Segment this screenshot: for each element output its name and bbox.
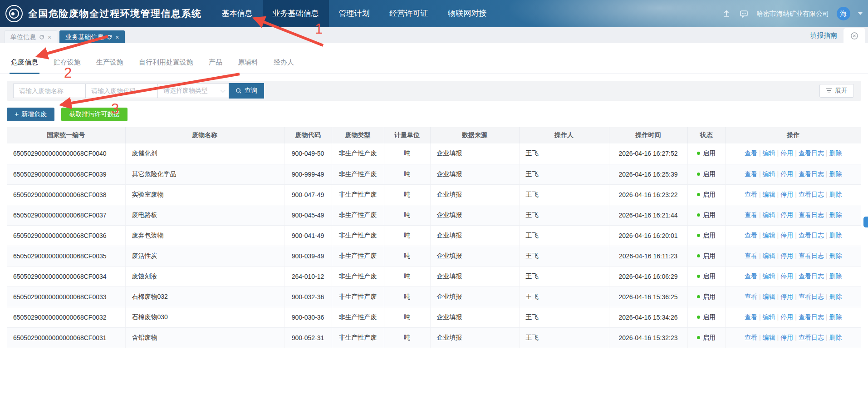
avatar[interactable]: 海 (837, 7, 850, 20)
waste-code-input[interactable] (85, 84, 158, 98)
subtab[interactable]: 危废信息 (11, 58, 38, 74)
action-link-disable[interactable]: 停用 (780, 293, 793, 300)
cell-type: 非生产性产废 (332, 225, 384, 246)
action-link-delete[interactable]: 删除 (829, 211, 842, 218)
nav-item[interactable]: 经营许可证 (380, 0, 438, 27)
action-link-disable[interactable]: 停用 (780, 272, 793, 280)
waste-name-input[interactable] (13, 84, 86, 98)
action-link-disable[interactable]: 停用 (780, 191, 793, 198)
action-link-view[interactable]: 查看 (745, 313, 757, 321)
cell-code: 900-039-49 (284, 246, 332, 266)
chevron-down-icon[interactable] (858, 12, 863, 15)
close-icon[interactable]: × (48, 34, 51, 40)
action-link-view-log[interactable]: 查看日志 (799, 272, 824, 280)
action-link-view[interactable]: 查看 (745, 232, 757, 239)
action-link-disable[interactable]: 停用 (780, 211, 793, 218)
action-link-view-log[interactable]: 查看日志 (799, 149, 824, 157)
waste-type-select-placeholder: 请选择废物类型 (163, 87, 208, 95)
subtab[interactable]: 自行利用处置设施 (139, 58, 193, 74)
action-button-row: + 新增危废 获取排污许可数据 (7, 108, 861, 121)
status-label: 启用 (703, 211, 716, 218)
status-label: 启用 (703, 293, 716, 300)
action-link-delete[interactable]: 删除 (829, 293, 842, 300)
nav-item[interactable]: 管理计划 (329, 0, 380, 27)
expand-button[interactable]: 展开 (819, 84, 854, 98)
action-link-view[interactable]: 查看 (745, 293, 757, 300)
messages-icon[interactable] (739, 9, 749, 19)
cell-status: 启用 (687, 286, 725, 307)
subtab[interactable]: 经办人 (274, 58, 294, 74)
action-link-view-log[interactable]: 查看日志 (799, 334, 824, 341)
subtab[interactable]: 产品 (209, 58, 222, 74)
guide-link[interactable]: 填报指南 (810, 27, 837, 43)
waste-type-select[interactable]: 请选择废物类型 (157, 84, 229, 98)
refresh-icon[interactable] (39, 35, 44, 40)
action-link-view-log[interactable]: 查看日志 (799, 170, 824, 178)
column-header: 废物名称 (125, 127, 284, 143)
action-link-view-log[interactable]: 查看日志 (799, 211, 824, 218)
query-button[interactable]: 查询 (229, 83, 264, 99)
nav-item[interactable]: 基本信息 (212, 0, 263, 27)
nav-item[interactable]: 业务基础信息 (263, 0, 329, 27)
side-panel-toggle[interactable] (863, 217, 868, 227)
action-link-view-log[interactable]: 查看日志 (799, 191, 824, 198)
topbar: 全国危险废物全过程环境管理信息系统 基本信息业务基础信息管理计划经营许可证物联网… (0, 0, 868, 27)
action-link-disable[interactable]: 停用 (780, 334, 793, 341)
document-tab[interactable]: 单位信息× (5, 30, 57, 43)
action-link-disable[interactable]: 停用 (780, 252, 793, 259)
action-link-disable[interactable]: 停用 (780, 149, 793, 157)
action-link-edit[interactable]: 编辑 (763, 191, 775, 198)
action-link-view[interactable]: 查看 (745, 252, 757, 259)
cell-source: 企业填报 (430, 307, 519, 327)
upload-icon[interactable] (721, 9, 731, 19)
cell-actions: 查看|编辑|停用|查看日志|删除 (725, 205, 861, 225)
action-link-edit[interactable]: 编辑 (763, 170, 775, 178)
action-link-disable[interactable]: 停用 (780, 170, 793, 178)
document-tab[interactable]: 业务基础信息× (59, 30, 125, 43)
action-link-delete[interactable]: 删除 (829, 313, 842, 321)
action-link-view[interactable]: 查看 (745, 149, 757, 157)
cell-status: 启用 (687, 246, 725, 266)
action-link-edit[interactable]: 编辑 (763, 232, 775, 239)
action-link-delete[interactable]: 删除 (829, 272, 842, 280)
action-link-edit[interactable]: 编辑 (763, 334, 775, 341)
cell-time: 2026-04-16 16:11:23 (609, 246, 687, 266)
cell-type: 非生产性产废 (332, 266, 384, 286)
subtab[interactable]: 生产设施 (96, 58, 123, 74)
action-link-view[interactable]: 查看 (745, 170, 757, 178)
action-link-delete[interactable]: 删除 (829, 191, 842, 198)
cell-operator: 王飞 (519, 164, 609, 184)
action-link-delete[interactable]: 删除 (829, 334, 842, 341)
subtab[interactable]: 贮存设施 (54, 58, 81, 74)
action-link-edit[interactable]: 编辑 (763, 293, 775, 300)
refresh-icon[interactable] (107, 35, 112, 40)
action-link-view-log[interactable]: 查看日志 (799, 293, 824, 300)
action-link-view[interactable]: 查看 (745, 272, 757, 280)
action-link-delete[interactable]: 删除 (829, 232, 842, 239)
collapse-panel-button[interactable] (843, 28, 865, 43)
fetch-permit-data-button[interactable]: 获取排污许可数据 (61, 108, 128, 121)
action-link-edit[interactable]: 编辑 (763, 272, 775, 280)
action-link-view[interactable]: 查看 (745, 334, 757, 341)
cell-operator: 王飞 (519, 143, 609, 164)
action-link-edit[interactable]: 编辑 (763, 252, 775, 259)
action-link-delete[interactable]: 删除 (829, 170, 842, 178)
action-link-edit[interactable]: 编辑 (763, 149, 775, 157)
action-link-disable[interactable]: 停用 (780, 313, 793, 321)
nav-item[interactable]: 物联网对接 (438, 0, 497, 27)
subtab[interactable]: 原辅料 (238, 58, 258, 74)
action-link-disable[interactable]: 停用 (780, 232, 793, 239)
action-link-view-log[interactable]: 查看日志 (799, 232, 824, 239)
close-icon[interactable]: × (115, 34, 119, 40)
action-link-delete[interactable]: 删除 (829, 149, 842, 157)
status-dot (697, 316, 700, 319)
action-link-edit[interactable]: 编辑 (763, 211, 775, 218)
action-link-delete[interactable]: 删除 (829, 252, 842, 259)
add-waste-button[interactable]: + 新增危废 (7, 108, 54, 121)
action-link-view[interactable]: 查看 (745, 211, 757, 218)
action-link-edit[interactable]: 编辑 (763, 313, 775, 321)
expand-button-label: 展开 (835, 87, 848, 95)
action-link-view[interactable]: 查看 (745, 191, 757, 198)
action-link-view-log[interactable]: 查看日志 (799, 313, 824, 321)
action-link-view-log[interactable]: 查看日志 (799, 252, 824, 259)
